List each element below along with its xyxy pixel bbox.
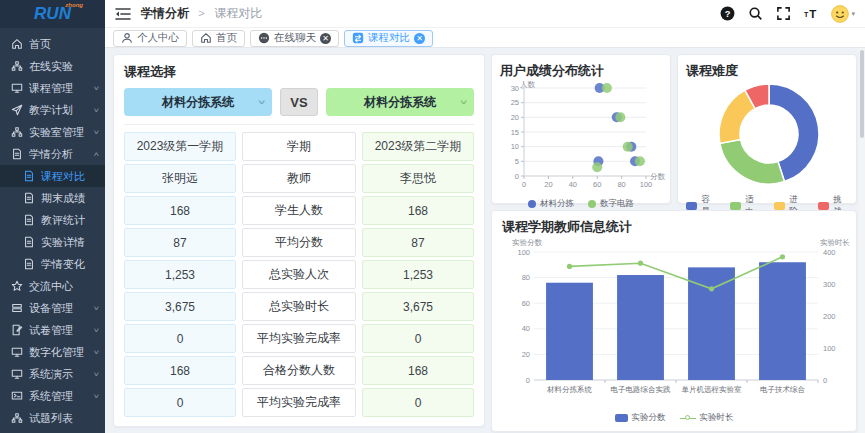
terminal-icon: [10, 390, 23, 403]
main-content: 课程选择 材料分拣系统 ˅ VS 材料分拣系统 ˅ 2023级第一学期学期202…: [105, 48, 865, 433]
chevron-down-icon: ˅: [94, 304, 100, 312]
sidebar-item-label: 教评统计: [41, 213, 99, 228]
svg-text:60: 60: [593, 180, 601, 189]
right-value-cell: 87: [362, 228, 474, 257]
monitor-icon: [10, 346, 23, 359]
sidebar-item-label: 交流中心: [29, 279, 99, 294]
divider: [124, 124, 474, 125]
score-distribution-card: 用户成绩分布统计 051015202530020406080100人数分数 材料…: [491, 54, 671, 204]
left-course-dropdown[interactable]: 材料分拣系统 ˅: [124, 88, 272, 116]
sidebar-item-learning-analysis[interactable]: 学情分析˄: [0, 143, 105, 165]
svg-text:电子技术综合: 电子技术综合: [760, 385, 806, 394]
legend-item[interactable]: 实验时长: [680, 412, 734, 424]
sidebar-item-final-grades[interactable]: 期末成绩: [0, 187, 105, 209]
svg-text:80: 80: [617, 180, 625, 189]
sidebar-menu: 首页在线实验课程管理˅教学计划˅实验室管理˅学情分析˄课程对比期末成绩教评统计实…: [0, 28, 105, 429]
tab-online-chat[interactable]: 在线聊天✕: [250, 30, 339, 47]
svg-text:0: 0: [522, 180, 526, 189]
sidebar-item-learning-change[interactable]: 学情变化: [0, 253, 105, 275]
sidebar-item-eval-stats[interactable]: 教评统计: [0, 209, 105, 231]
sidebar-item-online-lab[interactable]: 在线实验: [0, 55, 105, 77]
legend-item[interactable]: 材料分拣: [528, 198, 574, 210]
right-value-cell: 168: [362, 356, 474, 385]
user-avatar[interactable]: ▾: [831, 5, 855, 23]
svg-text:30: 30: [511, 84, 519, 93]
legend-item[interactable]: 数字电路: [588, 198, 634, 210]
sidebar-item-label: 课程管理: [29, 81, 94, 96]
svg-text:实验时长: 实验时长: [820, 238, 850, 247]
avatar-caret-icon: ▾: [851, 10, 855, 18]
sidebar-item-question-list[interactable]: 试题列表: [0, 407, 105, 429]
breadcrumb-item-learning-analysis[interactable]: 学情分析: [141, 6, 189, 20]
svg-text:T: T: [810, 8, 817, 20]
fullscreen-icon[interactable]: [775, 6, 791, 22]
sidebar-item-experiment-detail[interactable]: 实验详情: [0, 231, 105, 253]
breadcrumb-separator: >: [198, 7, 204, 19]
chevron-up-icon: ˄: [94, 150, 100, 158]
tab-personal-center[interactable]: 个人中心: [113, 30, 187, 47]
legend-swatch: [686, 202, 697, 210]
left-value-cell: 168: [124, 356, 236, 385]
sidebar-item-label: 数字化管理: [29, 345, 94, 360]
score-distribution-title: 用户成绩分布统计: [500, 62, 662, 80]
svg-text:5: 5: [515, 157, 519, 166]
svg-text:实验分数: 实验分数: [512, 238, 543, 247]
sidebar-item-course-compare[interactable]: 课程对比: [0, 165, 105, 187]
help-icon[interactable]: ?: [719, 6, 735, 22]
left-value-cell: 1,253: [124, 260, 236, 289]
scrollbar-thumb[interactable]: [860, 50, 864, 138]
right-course-value: 材料分拣系统: [364, 94, 436, 111]
user-icon: [121, 32, 133, 44]
score-distribution-legend: 材料分拣数字电路: [500, 198, 662, 210]
chevron-down-icon: ˅: [94, 106, 100, 114]
legend-label: 数字电路: [600, 198, 634, 210]
legend-label: 实验分数: [632, 412, 666, 424]
right-course-dropdown[interactable]: 材料分拣系统 ˅: [326, 88, 474, 116]
close-icon[interactable]: ✕: [414, 33, 425, 44]
sidebar-item-digital-mgmt[interactable]: 数字化管理˅: [0, 341, 105, 363]
page-scrollbar[interactable]: [859, 48, 865, 433]
sidebar-item-teaching-plan[interactable]: 教学计划˅: [0, 99, 105, 121]
sidebar-item-label: 学情变化: [41, 257, 99, 272]
sidebar-item-comm-center[interactable]: 交流中心: [0, 275, 105, 297]
legend-line-marker: [680, 414, 696, 422]
legend-dot: [588, 200, 596, 208]
legend-swatch: [774, 202, 785, 210]
right-value-cell: 1,253: [362, 260, 474, 289]
metric-cell: 总实验时长: [242, 292, 356, 321]
chevron-down-icon: ˅: [94, 128, 100, 136]
legend-swatch: [615, 414, 628, 422]
svg-text:25: 25: [511, 98, 519, 107]
svg-text:20: 20: [511, 113, 519, 122]
doc-icon: [22, 214, 35, 227]
course-difficulty-title: 课程难度: [686, 62, 848, 80]
logo-zhong-text: zhong: [65, 2, 83, 8]
sidebar-item-lab-mgmt[interactable]: 实验室管理˅: [0, 121, 105, 143]
svg-text:?: ?: [725, 9, 731, 19]
logo[interactable]: zhong RUN: [0, 0, 105, 28]
sidebar-item-label: 实验详情: [41, 235, 99, 250]
chevron-down-icon: ˅: [94, 84, 100, 92]
metric-cell: 学期: [242, 132, 356, 161]
left-value-cell: 2023级第一学期: [124, 132, 236, 161]
svg-text:分数: 分数: [650, 172, 666, 181]
sidebar-item-exam-mgmt[interactable]: 试卷管理˅: [0, 319, 105, 341]
legend-item[interactable]: 实验分数: [615, 412, 666, 424]
close-icon[interactable]: ✕: [320, 33, 331, 44]
tab-home[interactable]: 首页: [192, 30, 245, 47]
sidebar-item-label: 试卷管理: [29, 323, 94, 338]
tab-course-compare[interactable]: 课程对比✕: [344, 30, 433, 47]
chevron-down-icon: ˅: [460, 98, 467, 107]
doc-icon: [10, 148, 23, 161]
sidebar-item-device-mgmt[interactable]: 设备管理˅: [0, 297, 105, 319]
sidebar-item-system-demo[interactable]: 系统演示˅: [0, 363, 105, 385]
chevron-down-icon: ˅: [258, 98, 265, 107]
font-size-icon[interactable]: TT: [803, 6, 819, 22]
svg-text:15: 15: [511, 128, 519, 137]
svg-text:0: 0: [823, 376, 827, 385]
sidebar-item-home[interactable]: 首页: [0, 33, 105, 55]
sidebar-item-course-mgmt[interactable]: 课程管理˅: [0, 77, 105, 99]
search-icon[interactable]: [747, 6, 763, 22]
sidebar-item-system-mgmt[interactable]: 系统管理˅: [0, 385, 105, 407]
menu-fold-icon[interactable]: [115, 7, 131, 21]
